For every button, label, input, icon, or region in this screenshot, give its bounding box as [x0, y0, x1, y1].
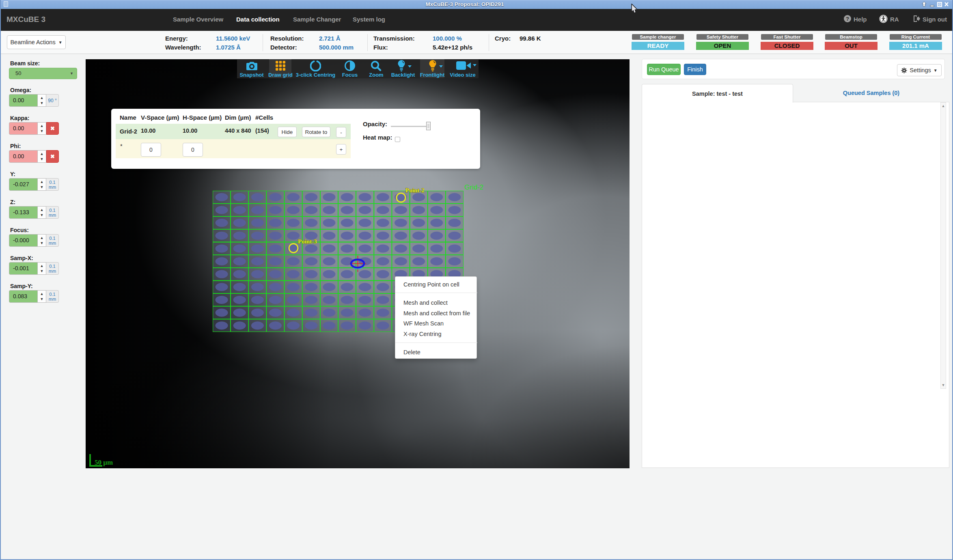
- svg-text:Grid-2: Grid-2: [464, 183, 483, 191]
- svg-text:Point-3: Point-3: [298, 238, 317, 245]
- svg-text:Point-2: Point-2: [405, 187, 425, 194]
- svg-text:?: ?: [846, 16, 849, 22]
